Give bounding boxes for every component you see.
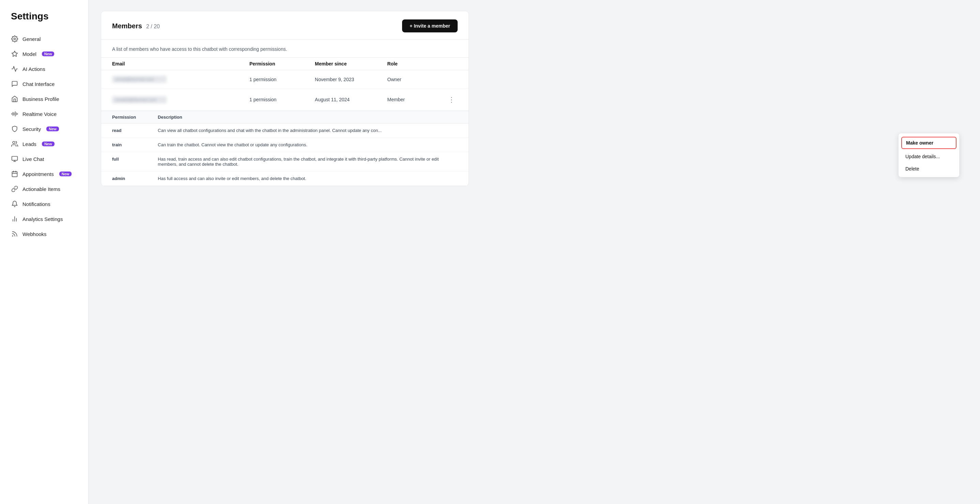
leads-icon — [11, 140, 18, 148]
context-menu-update-details[interactable]: Update details... — [899, 150, 959, 163]
webhooks-icon — [11, 230, 18, 238]
sidebar-item-analytics-settings-label: Analytics Settings — [22, 216, 63, 222]
gear-icon — [11, 35, 18, 43]
sidebar-item-actionable-items-label: Actionable Items — [22, 186, 60, 192]
perm-col-description: Description — [147, 111, 469, 123]
analytics-icon — [11, 215, 18, 223]
app-layout: Settings General Model New — [0, 0, 980, 504]
member-actions-1 — [434, 70, 469, 89]
perm-desc-read: Can view all chatbot configurations and … — [147, 123, 469, 138]
sidebar-item-webhooks-label: Webhooks — [22, 231, 47, 237]
col-actions — [434, 57, 469, 70]
member-permission-2: 1 permission — [239, 89, 304, 111]
sidebar-item-appointments-label: Appointments — [22, 171, 54, 177]
permission-row: full Has read, train access and can also… — [101, 152, 469, 172]
sidebar-item-appointments[interactable]: Appointments New — [0, 166, 88, 182]
sidebar-item-security[interactable]: Security New — [0, 121, 88, 136]
sidebar-item-chat-interface-label: Chat Interface — [22, 81, 54, 87]
col-member-since: Member since — [304, 57, 376, 70]
sidebar: Settings General Model New — [0, 0, 89, 504]
chat-icon — [11, 80, 18, 88]
member-email-2: email2@blurred.com — [101, 89, 239, 111]
member-role-2: Member — [377, 89, 434, 111]
ai-actions-icon — [11, 65, 18, 73]
member-menu-button[interactable]: ⋮ — [445, 94, 458, 105]
invite-member-button[interactable]: + Invite a member — [402, 19, 458, 32]
perm-name-train: train — [101, 138, 147, 152]
permissions-table: Permission Description read Can view all… — [101, 111, 469, 186]
context-menu-make-owner[interactable]: Make owner — [901, 137, 956, 149]
sidebar-item-ai-actions[interactable]: AI Actions — [0, 61, 88, 77]
sidebar-item-model[interactable]: Model New — [0, 46, 88, 61]
member-role-1: Owner — [377, 70, 434, 89]
members-header: Members 2 / 20 + Invite a member — [101, 11, 469, 40]
sidebar-item-analytics-settings[interactable]: Analytics Settings — [0, 211, 88, 226]
sidebar-item-business-profile[interactable]: Business Profile — [0, 91, 88, 106]
context-menu-delete[interactable]: Delete — [899, 163, 959, 175]
sidebar-item-live-chat[interactable]: Live Chat — [0, 152, 88, 166]
sidebar-item-leads[interactable]: Leads New — [0, 136, 88, 152]
perm-name-admin: admin — [101, 172, 147, 186]
home-icon — [11, 95, 18, 103]
perm-name-full: full — [101, 152, 147, 172]
context-menu: Make owner Update details... Delete — [898, 133, 959, 177]
members-count: 2 / 20 — [146, 24, 160, 29]
svg-point-0 — [14, 38, 16, 40]
email-blurred-2: email2@blurred.com — [112, 96, 167, 103]
sidebar-item-realtime-voice-label: Realtime Voice — [22, 111, 57, 117]
sidebar-item-model-label: Model — [22, 51, 37, 57]
sidebar-item-general[interactable]: General — [0, 31, 88, 46]
member-since-2: August 11, 2024 — [304, 89, 376, 111]
voice-icon — [11, 110, 18, 118]
svg-point-19 — [12, 236, 13, 236]
members-card: Members 2 / 20 + Invite a member A list … — [101, 11, 469, 186]
perm-desc-train: Can train the chatbot. Cannot view the c… — [147, 138, 469, 152]
sidebar-item-general-label: General — [22, 36, 41, 42]
sidebar-item-realtime-voice[interactable]: Realtime Voice — [0, 106, 88, 121]
appointments-icon — [11, 170, 18, 178]
model-badge: New — [42, 51, 54, 56]
members-table: Email Permission Member since Role email… — [101, 57, 469, 111]
svg-marker-1 — [12, 51, 18, 57]
member-permission-1: 1 permission — [239, 70, 304, 89]
bell-icon — [11, 200, 18, 208]
col-role: Role — [377, 57, 434, 70]
table-header-row: Email Permission Member since Role — [101, 57, 469, 70]
perm-name-read: read — [101, 123, 147, 138]
appointments-badge: New — [59, 172, 72, 176]
col-email: Email — [101, 57, 239, 70]
sidebar-item-leads-label: Leads — [22, 141, 37, 147]
permission-row: read Can view all chatbot configurations… — [101, 123, 469, 138]
shield-icon — [11, 125, 18, 132]
permission-row: train Can train the chatbot. Cannot view… — [101, 138, 469, 152]
col-permission: Permission — [239, 57, 304, 70]
sidebar-item-notifications[interactable]: Notifications — [0, 196, 88, 211]
email-blurred-1: email@blurred.com — [112, 76, 167, 83]
sidebar-item-security-label: Security — [22, 126, 41, 132]
leads-badge: New — [42, 142, 54, 146]
perm-desc-full: Has read, train access and can also edit… — [147, 152, 469, 172]
member-email-1: email@blurred.com — [101, 70, 239, 89]
permission-row: admin Has full access and can also invit… — [101, 172, 469, 186]
permissions-header-row: Permission Description — [101, 111, 469, 123]
sidebar-item-chat-interface[interactable]: Chat Interface — [0, 77, 88, 91]
security-badge: New — [46, 126, 59, 131]
members-description: A list of members who have access to thi… — [101, 40, 469, 57]
svg-rect-9 — [12, 156, 18, 161]
table-row: email@blurred.com 1 permission November … — [101, 70, 469, 89]
perm-desc-admin: Has full access and can also invite or e… — [147, 172, 469, 186]
live-chat-icon — [11, 155, 18, 163]
link-icon — [11, 185, 18, 193]
sidebar-item-webhooks[interactable]: Webhooks — [0, 226, 88, 241]
members-title: Members — [112, 22, 142, 30]
svg-point-8 — [13, 142, 15, 144]
sidebar-title: Settings — [0, 11, 88, 31]
member-actions-2: ⋮ — [434, 89, 469, 111]
sidebar-item-actionable-items[interactable]: Actionable Items — [0, 182, 88, 196]
sidebar-item-notifications-label: Notifications — [22, 201, 51, 207]
sidebar-item-live-chat-label: Live Chat — [22, 156, 44, 162]
perm-col-permission: Permission — [101, 111, 147, 123]
svg-rect-12 — [12, 172, 18, 177]
table-row: email2@blurred.com 1 permission August 1… — [101, 89, 469, 111]
sidebar-item-business-profile-label: Business Profile — [22, 96, 59, 102]
